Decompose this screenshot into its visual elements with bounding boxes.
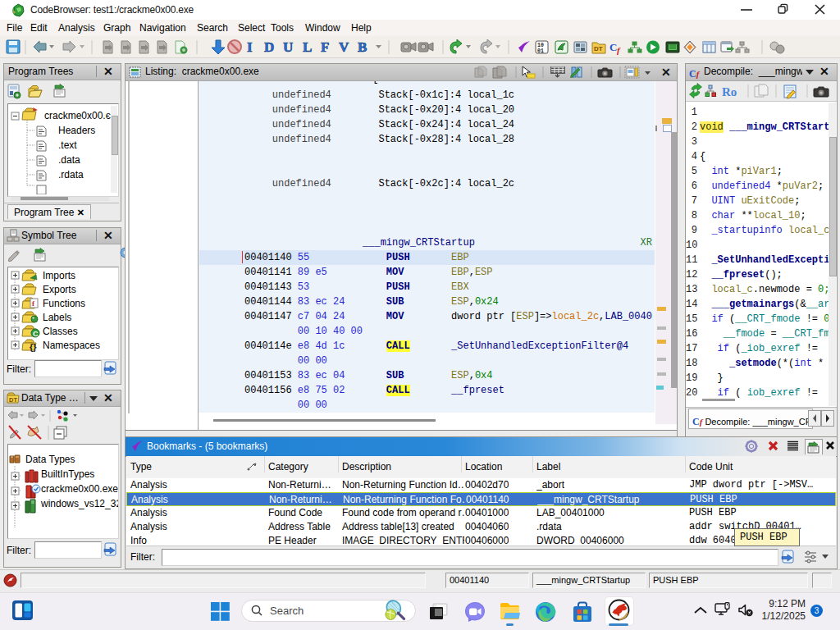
svg-text:C: C [33,330,39,338]
svg-text:{}: {} [30,342,37,352]
svg-text:L: L [303,39,312,55]
svg-text:U: U [283,39,293,55]
svg-text:I: I [247,39,253,55]
svg-text:F: F [321,39,329,55]
svg-text:f: f [617,45,621,55]
svg-text:B: B [358,39,367,55]
svg-text:DT: DT [594,45,603,52]
svg-text:01: 01 [537,48,544,54]
svg-text:C: C [609,41,617,53]
svg-text:DT: DT [9,396,17,404]
svg-text:Ro: Ro [722,85,737,98]
svg-text:D: D [264,39,274,55]
svg-text:V: V [339,39,349,55]
